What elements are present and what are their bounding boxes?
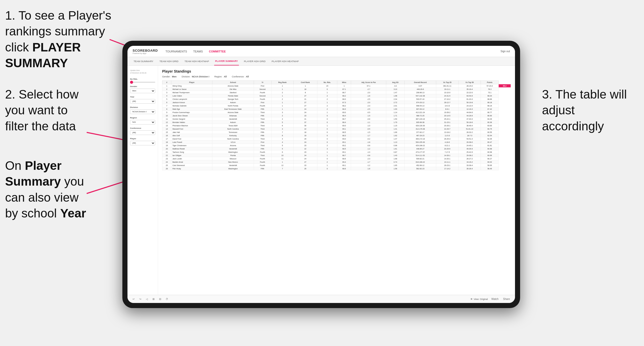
table-cell: Tennessee [212, 131, 254, 134]
nav-tournaments[interactable]: TOURNAMENTS [165, 49, 187, 54]
table-cell: 14-20-1 [436, 157, 459, 160]
share-button[interactable]: Share [502, 297, 511, 301]
sub-nav-player-h2h-heatmap[interactable]: PLAYER H2H HEATMAP [271, 57, 300, 65]
view-original[interactable]: 👁 View: Original [470, 298, 488, 300]
table-cell: -0.8 [351, 117, 386, 121]
table-cell: 23 [293, 114, 317, 117]
table-cell: 2.34 [386, 98, 405, 101]
tablet-screen: SCOREBOARD Powered by dippi TOURNAMENTS … [127, 46, 515, 303]
sub-nav-player-summary[interactable]: PLAYER SUMMARY [214, 57, 239, 65]
undo-button[interactable]: ↩ [132, 297, 136, 301]
table-cell: Tiger Christensen [171, 144, 212, 147]
table-row: 23Jack LundinMissouriFourth1124068.6-2.3… [162, 157, 511, 160]
table-cell: 698-54-13 [405, 104, 436, 107]
table-cell: 10-10-0 [436, 91, 459, 94]
table-cell: First [254, 101, 271, 104]
sign-out[interactable]: Sign out [500, 50, 510, 53]
main-content: Update time: 27/03/2024 16:56:26 No Rds.… [127, 66, 515, 295]
table-cell: Second [254, 94, 271, 98]
table-cell: 1.68 [386, 157, 405, 160]
table-cell: 1.43 [386, 154, 405, 157]
table-cell: 14 [162, 127, 171, 131]
table-cell: 27 [293, 160, 317, 164]
table-cell: Phichakon Maichon [171, 124, 212, 127]
table-row: 20Matthew RiedelVanderbiltFifth522368.5-… [162, 147, 511, 150]
table-row: 5Christo LamprechtGeorgia TechFourth2212… [162, 98, 511, 101]
instruction-step2: 2. Select how you want to filter the dat… [5, 87, 87, 134]
table-cell: 1 [271, 107, 293, 111]
table-cell: 1 [271, 160, 293, 164]
nav-teams[interactable]: TEAMS [193, 49, 203, 54]
conference-filter-value: All [246, 75, 249, 78]
gender-select[interactable]: Men [130, 89, 155, 93]
sub-nav-team-summary[interactable]: TEAM SUMMARY [133, 57, 154, 65]
table-cell: 60.55 [481, 131, 499, 134]
table-cell: 1 [317, 154, 337, 157]
table-cell: Texas A&M [212, 124, 254, 127]
table-cell: Third [254, 117, 271, 121]
back-button[interactable]: ◁ [145, 297, 149, 301]
sub-nav-team-h2h-heatmap[interactable]: TEAM H2H HEATMAP [184, 57, 210, 65]
update-value: 27/03/2024 16:56:26 [130, 72, 146, 74]
table-cell: 2 [317, 144, 337, 147]
table-cell: Michael Thorbjornsen [171, 91, 212, 94]
conference-select[interactable]: (All) [130, 130, 155, 135]
table-cell: -1.6 [351, 94, 386, 98]
slider-track[interactable] [130, 82, 155, 83]
table-cell: 3.10 [386, 88, 405, 91]
step2-line2: you want to [5, 103, 68, 117]
table-cell: 24 [293, 107, 317, 111]
table-cell: 68.5 [337, 147, 351, 150]
table-cell: 60.36 [481, 121, 499, 124]
copy-button[interactable]: ⊞ [151, 297, 156, 301]
table-cell: Preston Summerhays [171, 111, 212, 114]
nav-committee[interactable]: COMMITTEE [209, 49, 226, 54]
sub-nav-player-h2h-grid[interactable]: PLAYER H2H GRID [243, 57, 267, 65]
player-select[interactable]: (All) [130, 141, 155, 145]
slider-thumb[interactable] [130, 81, 133, 84]
table-cell: 19-11-1 [436, 88, 459, 91]
table-cell: 1.98 [386, 94, 405, 98]
table-cell: 0 [317, 127, 337, 131]
sub-nav-team-h2h-grid[interactable]: TEAM H2H GRID [158, 57, 179, 65]
table-cell: 26-25-3 [436, 137, 459, 141]
table-cell: 25-22-1 [436, 117, 459, 121]
table-cell: 1 [271, 88, 293, 91]
division-select[interactable]: NCAA Division I [130, 109, 155, 114]
table-cell: 25 [162, 164, 171, 167]
table-cell: North Carolina [212, 137, 254, 141]
table-cell: Fifth [254, 147, 271, 150]
table-cell: 1.47 [386, 137, 405, 141]
nav-bar: SCOREBOARD Powered by dippi TOURNAMENTS … [127, 46, 515, 57]
table-cell: Jackson Koivun [171, 101, 212, 104]
table-cell: -2.5 [351, 107, 386, 111]
table-cell: 27 [293, 104, 317, 107]
table-cell: Fourth [254, 98, 271, 101]
table-cell: 4 [271, 141, 293, 144]
table-cell: 208-86-13 [405, 91, 436, 94]
redo-button[interactable]: ↪ [138, 297, 142, 301]
col-conf-rank: Conf Rank [293, 81, 317, 84]
table-cell: 24-10-4 [458, 104, 481, 107]
col-reg-rank: Reg Rank [271, 81, 293, 84]
watch-button[interactable]: Watch [490, 297, 499, 301]
region-select[interactable]: N/A [130, 120, 155, 124]
table-cell: 500-155-30 [405, 141, 436, 144]
table-cell: 64.49 [481, 117, 499, 121]
region-filter-label: Region: [214, 75, 222, 78]
table-cell: 68.4 [337, 121, 351, 124]
table-cell: Third [254, 154, 271, 157]
table-cell: 1 [317, 91, 337, 94]
division-filter-label: Division: [182, 75, 190, 78]
year-select[interactable]: (All) [130, 99, 155, 104]
table-cell: 16 [162, 134, 171, 137]
table-cell: 6 [271, 150, 293, 154]
paste-button[interactable]: ⊟ [158, 297, 162, 301]
instruction-step3: On Player Summary you can also view by s… [5, 158, 92, 222]
table-cell: 24-45-1 [458, 144, 481, 147]
clock-button[interactable]: ⏱ [165, 297, 169, 301]
table-cell: 10 [271, 154, 293, 157]
table-cell: 63-54-6 [458, 94, 481, 98]
table-cell: Jake Hall [171, 131, 212, 134]
division-filter-value: NCAA Division I [192, 75, 209, 78]
